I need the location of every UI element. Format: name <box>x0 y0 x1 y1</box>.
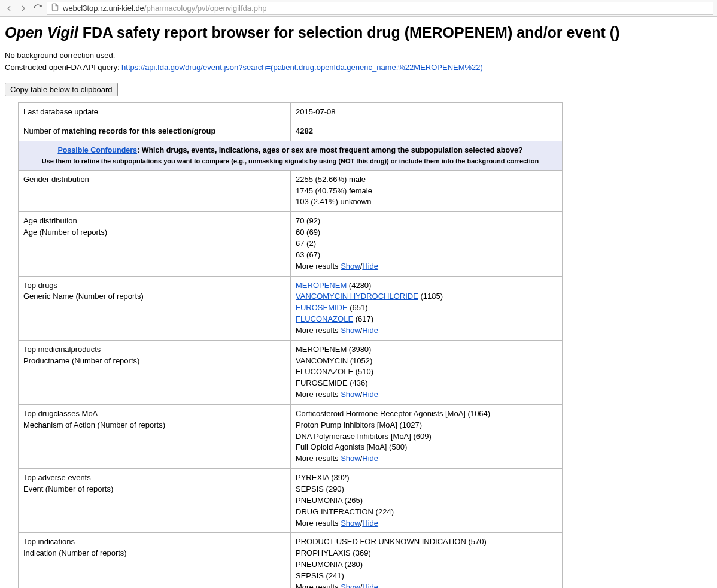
moa-values: Corticosteroid Hormone Receptor Agonists… <box>291 404 563 468</box>
url-host: webcl3top.rz.uni-kiel.de <box>63 4 144 13</box>
hide-link[interactable]: Hide <box>362 326 378 335</box>
show-link[interactable]: Show <box>341 519 360 528</box>
last-update-label: Last database update <box>19 103 291 122</box>
hide-link[interactable]: Hide <box>362 262 378 271</box>
row-confounders: Possible Confounders: Which drugs, event… <box>19 141 563 170</box>
drug-link[interactable]: MEROPENEM <box>296 281 347 290</box>
ae-values: PYREXIA (392) SEPSIS (290) PNEUMONIA (26… <box>291 469 563 533</box>
matching-value: 4282 <box>291 122 563 141</box>
medicinal-values: MEROPENEM (3980) VANCOMYCIN (1052) FLUCO… <box>291 340 563 404</box>
hide-link[interactable]: Hide <box>362 390 378 399</box>
forward-icon[interactable] <box>18 3 29 14</box>
hide-link[interactable]: Hide <box>362 454 378 463</box>
page-title: Open Vigil FDA safety report browser for… <box>5 24 712 41</box>
browser-toolbar: webcl3top.rz.uni-kiel.de/pharmacology/pv… <box>0 0 717 17</box>
possible-confounders-link[interactable]: Possible Confounders <box>57 146 137 154</box>
url-bar[interactable]: webcl3top.rz.uni-kiel.de/pharmacology/pv… <box>47 2 713 15</box>
ind-values: PRODUCT USED FOR UNKNOWN INDICATION (570… <box>291 533 563 588</box>
row-gender: Gender distribution 2255 (52.66%) male 1… <box>19 170 563 212</box>
hide-link[interactable]: Hide <box>362 583 378 588</box>
drug-link[interactable]: FUROSEMIDE <box>296 303 348 312</box>
intro-line1: No background correction used. <box>5 50 712 62</box>
row-adverse-events: Top adverse eventsEvent (Number of repor… <box>19 469 563 533</box>
url-path: /pharmacology/pvt/openvigilfda.php <box>144 4 267 13</box>
show-link[interactable]: Show <box>341 454 360 463</box>
api-query-link[interactable]: https://api.fda.gov/drug/event.json?sear… <box>121 63 483 72</box>
show-link[interactable]: Show <box>341 262 360 271</box>
row-matching: Number of matching records for this sele… <box>19 122 563 141</box>
summary-table: Last database update 2015-07-08 Number o… <box>18 102 563 588</box>
show-link[interactable]: Show <box>341 583 360 588</box>
hide-link[interactable]: Hide <box>362 519 378 528</box>
row-indications: Top indicationsIndication (Number of rep… <box>19 533 563 588</box>
intro-line2: Constructed openFDA API query: https://a… <box>5 62 712 74</box>
reload-icon[interactable] <box>32 3 43 14</box>
drug-link[interactable]: VANCOMYCIN HYDROCHLORIDE <box>296 292 418 301</box>
row-medicinal: Top medicinalproductsProductname (Number… <box>19 340 563 404</box>
copy-table-button-top[interactable]: Copy table below to clipboard <box>5 83 118 96</box>
show-link[interactable]: Show <box>341 326 360 335</box>
drug-link[interactable]: FLUCONAZOLE <box>296 314 353 323</box>
top-drugs-values: MEROPENEM (4280) VANCOMYCIN HYDROCHLORID… <box>291 276 563 340</box>
matching-label: Number of matching records for this sele… <box>19 122 291 141</box>
gender-values: 2255 (52.66%) male 1745 (40.75%) female … <box>291 170 563 212</box>
row-moa: Top drugclasses MoAMechanism of Action (… <box>19 404 563 468</box>
age-values: 70 (92) 60 (69) 67 (2) 63 (67) More resu… <box>291 212 563 276</box>
show-link[interactable]: Show <box>341 390 360 399</box>
intro-block: No background correction used. Construct… <box>5 50 712 73</box>
row-age: Age distributionAge (Number of reports) … <box>19 212 563 276</box>
row-top-drugs: Top drugsGeneric Name (Number of reports… <box>19 276 563 340</box>
back-icon[interactable] <box>4 3 14 14</box>
gender-label: Gender distribution <box>19 170 291 212</box>
page-icon <box>51 3 59 13</box>
row-last-update: Last database update 2015-07-08 <box>19 103 563 122</box>
last-update-value: 2015-07-08 <box>291 103 563 122</box>
